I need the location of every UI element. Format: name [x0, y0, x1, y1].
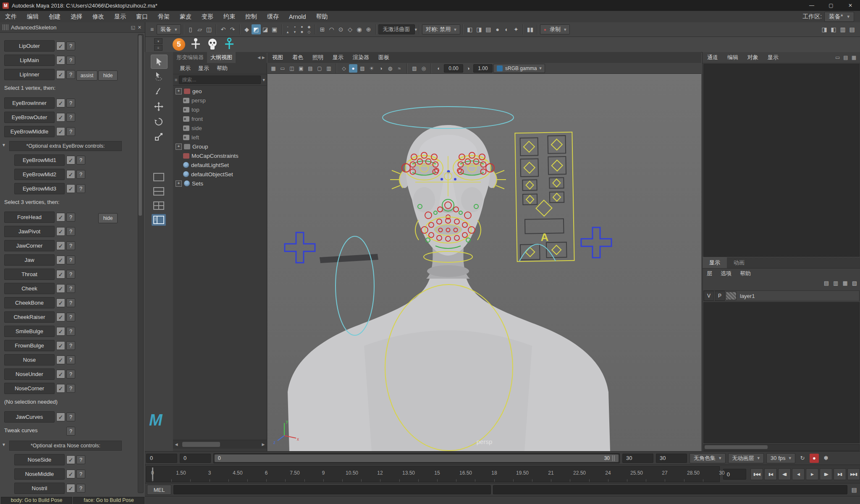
toggle-attribute-editor-icon[interactable]: ◧: [829, 24, 838, 34]
left-panel-scrollbar[interactable]: [138, 34, 144, 493]
menu-control[interactable]: 控制: [240, 11, 262, 22]
outliner-item-geo[interactable]: +geo: [173, 86, 267, 96]
record-selector[interactable]: ● 录制 ▾: [540, 24, 570, 34]
scene-3d-view[interactable]: A y x z: [267, 74, 701, 451]
viewport-menu-lighting[interactable]: 照明: [308, 54, 328, 61]
wireframe-icon[interactable]: ◇: [340, 64, 348, 73]
expand-icon[interactable]: +: [176, 180, 182, 187]
layout-two-pane-button[interactable]: [152, 185, 166, 197]
save-scene-icon[interactable]: ◫: [205, 24, 214, 34]
cheek-checkbox[interactable]: ✓: [56, 284, 65, 293]
textured-icon[interactable]: ▨: [358, 64, 367, 73]
menu-skin[interactable]: 蒙皮: [175, 11, 197, 22]
layer-color-swatch[interactable]: [726, 292, 737, 300]
eyebrowmid3-help-button[interactable]: ?: [76, 184, 85, 193]
menu-arnold[interactable]: Arnold: [284, 11, 311, 22]
scroll-right-icon[interactable]: ▶: [260, 441, 267, 448]
outliner-item-group[interactable]: +Group: [173, 142, 267, 151]
resolution-gate-icon[interactable]: ◫: [288, 64, 296, 73]
play-button[interactable]: ▶: [806, 468, 818, 480]
tab-scroll-left-icon[interactable]: ◀: [257, 55, 260, 60]
jawcurves-button[interactable]: JawCurves: [4, 411, 55, 423]
go-to-end-button[interactable]: ▶▶▮: [847, 468, 860, 480]
chevron-down-icon[interactable]: ▾: [415, 27, 417, 32]
go-to-start-button[interactable]: ▮◀◀: [750, 468, 763, 480]
eyebrowmid3-button[interactable]: EyeBrowMid3: [14, 183, 65, 194]
render-view-icon[interactable]: ◧: [465, 24, 475, 34]
move-layer-up-icon[interactable]: ▤: [824, 280, 829, 286]
layout-single-pane-button[interactable]: [152, 171, 166, 183]
hide-button[interactable]: hide: [98, 71, 118, 81]
channel-hyperbolic-icon[interactable]: ▦: [852, 55, 856, 60]
nosemiddle-button[interactable]: NoseMiddle: [14, 468, 65, 480]
nose-button[interactable]: Nose: [4, 354, 55, 366]
eyebrow-extra-section-header[interactable]: *Optional extra EyeBrow controls:: [9, 141, 122, 151]
channels-menu[interactable]: 通道: [703, 54, 723, 61]
menu-help[interactable]: 帮助: [311, 11, 333, 22]
nose-checkbox[interactable]: ✓: [56, 355, 65, 364]
eyebrowmid2-button[interactable]: EyeBrowMid2: [14, 169, 65, 180]
render-settings-icon[interactable]: ●: [493, 24, 502, 34]
animation-start-field[interactable]: 0: [146, 454, 177, 463]
range-slider[interactable]: 0 30: [213, 453, 620, 463]
select-tool[interactable]: [151, 55, 168, 69]
shadows-icon[interactable]: ◑: [377, 64, 385, 73]
gate-mask-icon[interactable]: ▣: [297, 64, 305, 73]
lipmain-help-button[interactable]: ?: [66, 56, 75, 65]
command-result-field[interactable]: [493, 485, 847, 494]
menu-cache[interactable]: 缓存: [262, 11, 284, 22]
shelf-button-character-white[interactable]: [189, 38, 203, 51]
new-empty-layer-icon[interactable]: ▦: [842, 280, 847, 286]
panel-grip-icon[interactable]: [3, 24, 8, 30]
eyebrowmid2-checkbox[interactable]: ✓: [66, 170, 75, 179]
tweak-curves-help-button[interactable]: ?: [66, 427, 75, 436]
menu-create[interactable]: 创建: [44, 11, 66, 22]
layer-name[interactable]: layer1: [737, 293, 755, 299]
body-build-pose-button[interactable]: body: Go to Build Pose: [1, 497, 72, 504]
playback-end-field[interactable]: 30: [622, 454, 653, 463]
colorspace-selector[interactable]: sRGB gamma ▾: [493, 64, 545, 73]
outliner-item-side[interactable]: side: [173, 123, 267, 133]
noseunder-help-button[interactable]: ?: [66, 370, 75, 379]
script-editor-icon[interactable]: ▤: [850, 485, 859, 495]
jawpivot-button[interactable]: JawPivot: [4, 226, 55, 237]
throat-help-button[interactable]: ?: [66, 270, 75, 279]
grid-icon[interactable]: ▦: [269, 64, 278, 73]
render-sequence-icon[interactable]: ✦: [511, 24, 521, 34]
lipouter-checkbox[interactable]: ✓: [56, 42, 65, 50]
field-chart-icon[interactable]: ▤: [306, 64, 315, 73]
channel-object-menu[interactable]: 对象: [743, 54, 763, 61]
mask-handles-icon[interactable]: ◦: [287, 25, 288, 29]
move-layer-down-icon[interactable]: ▥: [833, 280, 838, 286]
outliner-menu-display[interactable]: 展示: [176, 65, 194, 72]
maximize-button[interactable]: ▢: [821, 0, 841, 11]
channel-manip-icon[interactable]: ▭: [835, 55, 840, 60]
exposure-field[interactable]: 0.00: [444, 64, 463, 73]
tab-anim-layers[interactable]: 动画: [727, 257, 751, 268]
forehead-button[interactable]: ForeHead: [4, 212, 55, 223]
eyebrowmiddle-checkbox[interactable]: ✓: [56, 127, 65, 136]
hypershade-icon[interactable]: ◐: [502, 24, 511, 34]
outliner-search-input[interactable]: [179, 76, 261, 84]
gamma-icon[interactable]: ◑: [464, 64, 472, 73]
cheekbone-checkbox[interactable]: ✓: [56, 298, 65, 307]
menu-modify[interactable]: 修改: [87, 11, 109, 22]
cheekraiser-button[interactable]: CheekRaiser: [4, 311, 55, 323]
range-slider-bar[interactable]: 0 30: [215, 454, 619, 462]
outliner-menu-show[interactable]: 显示: [195, 65, 212, 72]
shelf-tab-widget[interactable]: ▾ ≡: [145, 38, 172, 51]
outliner-item-left[interactable]: left: [173, 133, 267, 142]
next-frame-button[interactable]: ▮▶: [820, 468, 832, 480]
outliner-hscrollbar[interactable]: ◀ ▶: [173, 440, 267, 449]
smilebulge-help-button[interactable]: ?: [66, 327, 75, 336]
nosecorner-help-button[interactable]: ?: [66, 384, 75, 393]
frownbulge-button[interactable]: FrownBulge: [4, 340, 55, 351]
jawpivot-checkbox[interactable]: ✓: [56, 227, 65, 236]
eyebrowinner-checkbox[interactable]: ✓: [56, 99, 65, 107]
exposure-icon[interactable]: ◐: [435, 64, 443, 73]
safe-action-icon[interactable]: ▢: [315, 64, 324, 73]
jaw-help-button[interactable]: ?: [66, 256, 75, 264]
nose-help-button[interactable]: ?: [66, 355, 75, 364]
eyebrowinner-button[interactable]: EyeBrowInner: [4, 97, 55, 109]
mask-misc-icon[interactable]: ◇: [308, 30, 311, 34]
